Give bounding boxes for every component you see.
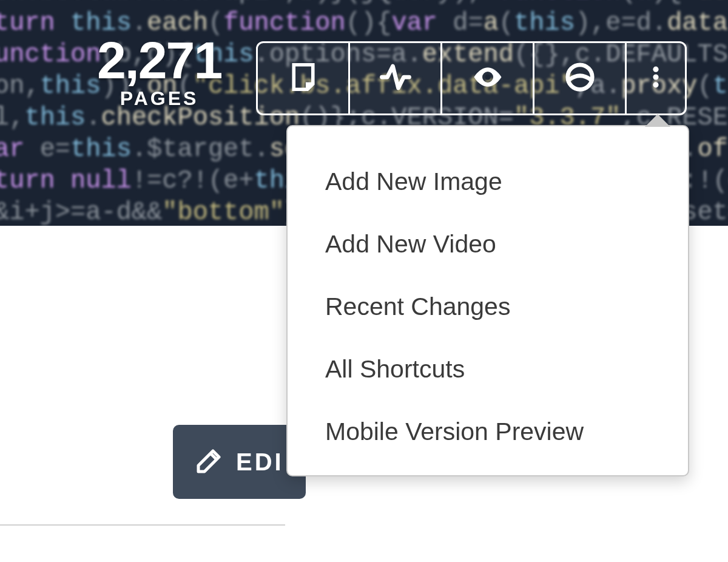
community-icon bbox=[564, 61, 596, 96]
menu-item-mobile-preview[interactable]: Mobile Version Preview bbox=[288, 401, 688, 463]
menu-item-recent-changes[interactable]: Recent Changes bbox=[288, 276, 688, 338]
divider bbox=[0, 524, 285, 526]
edit-button[interactable]: EDI bbox=[173, 425, 306, 499]
activity-icon bbox=[379, 61, 412, 96]
edit-button-label: EDI bbox=[236, 449, 284, 476]
more-icon bbox=[642, 64, 669, 93]
svg-point-2 bbox=[653, 67, 658, 72]
menu-item-add-video[interactable]: Add New Video bbox=[288, 213, 688, 276]
more-actions-dropdown: Add New Image Add New Video Recent Chang… bbox=[286, 125, 689, 476]
more-actions-button[interactable] bbox=[627, 43, 685, 113]
svg-point-3 bbox=[653, 74, 658, 80]
eye-icon bbox=[471, 61, 504, 96]
page-count-label: PAGES bbox=[97, 87, 221, 110]
wiki-activity-button[interactable] bbox=[350, 43, 442, 113]
toolbar bbox=[256, 41, 687, 115]
pencil-icon bbox=[195, 446, 224, 478]
random-page-button[interactable] bbox=[442, 43, 534, 113]
menu-item-add-image[interactable]: Add New Image bbox=[288, 151, 688, 213]
svg-point-0 bbox=[485, 75, 490, 80]
page-count: 2,271 PAGES bbox=[97, 34, 221, 110]
note-icon bbox=[287, 61, 320, 96]
add-page-button[interactable] bbox=[258, 43, 350, 113]
page-count-number: 2,271 bbox=[97, 34, 221, 86]
menu-item-all-shortcuts[interactable]: All Shortcuts bbox=[288, 338, 688, 401]
community-button[interactable] bbox=[534, 43, 627, 113]
dropdown-arrow bbox=[647, 116, 669, 127]
svg-point-4 bbox=[653, 82, 658, 87]
